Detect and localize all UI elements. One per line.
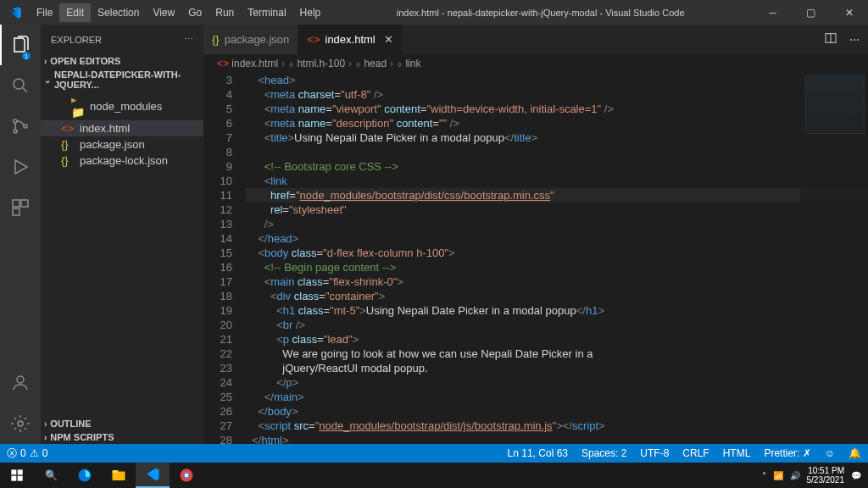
status-feedback-icon[interactable]: ☺ <box>818 447 842 459</box>
breadcrumb[interactable]: <> index.html›⬨ html.h-100›⬨ head›⬨ link <box>203 54 868 73</box>
json-icon: {} <box>212 33 220 46</box>
vscode-logo-icon <box>0 6 30 19</box>
tab-index-html[interactable]: <>index.html✕ <box>298 25 402 54</box>
status-encoding[interactable]: UTF-8 <box>633 447 676 459</box>
svg-point-8 <box>18 421 23 426</box>
file-package-json[interactable]: {}package.json <box>41 136 203 152</box>
menu-go[interactable]: Go <box>181 3 209 22</box>
svg-point-7 <box>17 376 24 383</box>
tray-clock[interactable]: 10:51 PM 5/23/2021 <box>807 466 845 485</box>
svg-rect-5 <box>21 200 28 207</box>
file-package-lock-json[interactable]: {}package-lock.json <box>41 152 203 169</box>
tray-chevron-icon[interactable]: ˄ <box>762 471 766 480</box>
tab-actions: ⋯ <box>815 25 868 54</box>
extensions-icon[interactable] <box>0 187 41 228</box>
section-outline[interactable]: ›OUTLINE <box>41 417 203 430</box>
minimize-button[interactable]: ─ <box>754 0 792 25</box>
code-content[interactable]: <head> <meta charset="utf-8" /> <meta na… <box>246 73 868 444</box>
folder-icon: ▸ 📁 <box>71 93 85 119</box>
close-button[interactable]: ✕ <box>830 0 868 25</box>
svg-point-1 <box>14 119 17 123</box>
taskbar: 🔍 ˄ 📶 🔊 10:51 PM 5/23/2021 💬 <box>0 463 868 488</box>
file-index-html[interactable]: <>index.html <box>41 120 203 136</box>
settings-gear-icon[interactable] <box>0 403 41 444</box>
section-project[interactable]: ⌄NEPALI-DATEPICKER-WITH-JQUERY... <box>41 68 203 92</box>
svg-rect-11 <box>18 469 23 474</box>
menu-bar: FileEditSelectionViewGoRunTerminalHelp <box>30 3 327 22</box>
tray-wifi-icon[interactable]: 📶 <box>773 471 783 480</box>
svg-rect-10 <box>11 469 16 474</box>
search-icon[interactable] <box>0 65 41 106</box>
split-editor-icon[interactable] <box>824 31 837 47</box>
editor-area: {}package.json<>index.html✕ ⋯ <> index.h… <box>203 25 868 444</box>
menu-terminal[interactable]: Terminal <box>241 3 292 22</box>
status-errors[interactable]: ⓧ 0 ⚠ 0 <box>0 446 54 461</box>
sidebar-header: EXPLORER ⋯ <box>41 25 203 54</box>
window-title: index.html - nepali-datepicker-with-jQue… <box>327 8 754 18</box>
section-npm-scripts[interactable]: ›NPM SCRIPTS <box>41 430 203 444</box>
svg-point-2 <box>14 130 17 133</box>
breadcrumb-item[interactable]: ⬨ html.h-100 <box>288 58 345 69</box>
editor-tabs: {}package.json<>index.html✕ ⋯ <box>203 25 868 54</box>
tab-package-json[interactable]: {}package.json <box>203 25 298 54</box>
more-actions-icon[interactable]: ⋯ <box>849 34 860 46</box>
html-icon: <> <box>307 33 320 46</box>
breadcrumb-item[interactable]: <> index.html <box>217 58 278 69</box>
start-button[interactable] <box>0 463 34 488</box>
status-spaces[interactable]: Spaces: 2 <box>575 447 633 459</box>
section-open-editors[interactable]: ›OPEN EDITORS <box>41 54 203 68</box>
svg-rect-12 <box>11 476 16 481</box>
menu-run[interactable]: Run <box>209 3 241 22</box>
tray-sound-icon[interactable]: 🔊 <box>790 471 800 480</box>
status-bell-icon[interactable]: 🔔 <box>842 447 868 459</box>
sidebar-title: EXPLORER <box>51 35 102 45</box>
window-controls: ─ ▢ ✕ <box>754 0 868 25</box>
json-icon: {} <box>61 138 75 151</box>
run-debug-icon[interactable] <box>0 147 41 187</box>
status-prettier[interactable]: Prettier: ✗ <box>757 447 817 459</box>
tray-notifications-icon[interactable]: 💬 <box>851 471 861 480</box>
file-tree: ▸ 📁node_modules<>index.html{}package.jso… <box>41 92 203 169</box>
menu-edit[interactable]: Edit <box>59 3 91 22</box>
task-explorer-icon[interactable] <box>102 463 136 488</box>
status-language[interactable]: HTML <box>716 447 758 459</box>
close-tab-icon[interactable]: ✕ <box>384 33 393 46</box>
sidebar: EXPLORER ⋯ ›OPEN EDITORS ⌄NEPALI-DATEPIC… <box>41 25 203 444</box>
status-bar: ⓧ 0 ⚠ 0 Ln 11, Col 63 Spaces: 2 UTF-8 CR… <box>0 444 868 463</box>
source-control-icon[interactable] <box>0 106 41 147</box>
line-numbers: 3456789101112131415161718192021222324252… <box>203 73 246 444</box>
code-editor[interactable]: 3456789101112131415161718192021222324252… <box>203 73 868 444</box>
svg-rect-15 <box>113 472 125 481</box>
html-icon: <> <box>61 122 75 135</box>
maximize-button[interactable]: ▢ <box>792 0 830 25</box>
svg-rect-16 <box>113 470 119 473</box>
task-edge-icon[interactable] <box>68 463 102 488</box>
explorer-icon[interactable]: 1 <box>0 25 41 65</box>
svg-point-0 <box>14 79 24 89</box>
svg-rect-4 <box>13 200 19 207</box>
status-eol[interactable]: CRLF <box>676 447 715 459</box>
menu-view[interactable]: View <box>146 3 181 22</box>
file-node_modules[interactable]: ▸ 📁node_modules <box>41 92 203 120</box>
svg-rect-6 <box>13 208 19 215</box>
accounts-icon[interactable] <box>0 363 41 403</box>
menu-help[interactable]: Help <box>293 3 328 22</box>
task-vscode-icon[interactable] <box>136 463 170 488</box>
svg-point-19 <box>185 474 189 478</box>
title-bar: FileEditSelectionViewGoRunTerminalHelp i… <box>0 0 868 25</box>
status-ln-col[interactable]: Ln 11, Col 63 <box>501 447 575 459</box>
minimap[interactable] <box>800 73 868 444</box>
menu-file[interactable]: File <box>30 3 59 22</box>
search-button[interactable]: 🔍 <box>34 463 68 488</box>
breadcrumb-item[interactable]: ⬨ head <box>355 58 387 69</box>
svg-rect-13 <box>18 476 23 481</box>
activity-bar: 1 <box>0 25 41 444</box>
badge: 1 <box>22 52 31 60</box>
breadcrumb-item[interactable]: ⬨ link <box>397 58 420 69</box>
system-tray[interactable]: ˄ 📶 🔊 10:51 PM 5/23/2021 💬 <box>755 466 869 485</box>
task-chrome-icon[interactable] <box>170 463 203 488</box>
more-icon[interactable]: ⋯ <box>184 34 193 45</box>
json-icon: {} <box>61 154 75 167</box>
menu-selection[interactable]: Selection <box>91 3 146 22</box>
